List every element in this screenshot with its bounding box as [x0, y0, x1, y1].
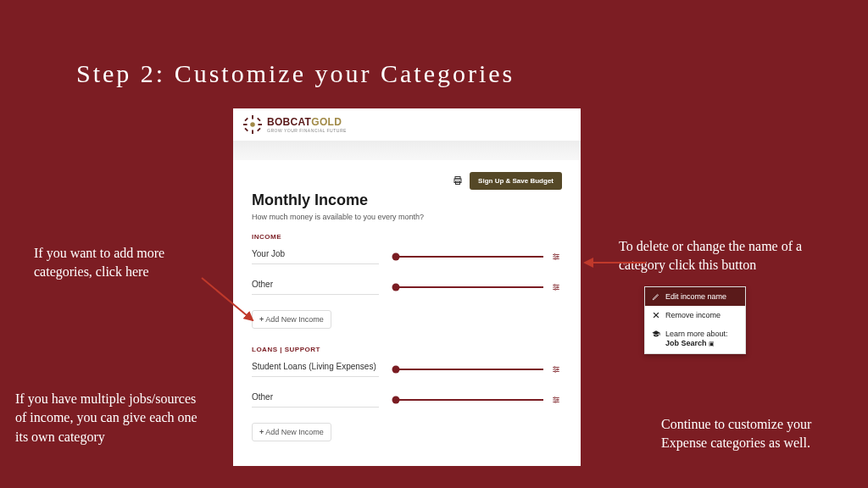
add-loans-label: Add New Income	[265, 428, 324, 436]
svg-point-27	[554, 367, 556, 369]
graduation-cap-icon	[652, 330, 660, 338]
svg-rect-2	[252, 130, 253, 134]
income-row: Other	[252, 280, 562, 295]
popup-remove[interactable]: Remove income	[645, 306, 745, 324]
slider[interactable]	[396, 399, 543, 401]
loans-row: Other	[252, 392, 562, 408]
pencil-icon	[652, 292, 660, 301]
section-label-income: INCOME	[252, 233, 562, 241]
svg-point-22	[557, 286, 559, 288]
logo-text: BOBCATGOLD GROW YOUR FINANCIAL FUTURE	[267, 117, 347, 133]
svg-rect-1	[252, 115, 253, 119]
popup-learn[interactable]: Learn more about:Job Search ▣	[645, 324, 745, 353]
app-content: Sign Up & Save Budget Monthly Income How…	[233, 160, 581, 446]
svg-point-0	[250, 122, 255, 127]
logo-icon	[243, 115, 262, 134]
svg-point-29	[554, 371, 556, 373]
svg-point-16	[557, 256, 559, 258]
app-header: BOBCATGOLD GROW YOUR FINANCIAL FUTURE	[233, 108, 581, 141]
row-options-button[interactable]	[550, 252, 562, 261]
svg-rect-5	[244, 118, 248, 122]
svg-point-15	[554, 254, 556, 256]
signup-button[interactable]: Sign Up & Save Budget	[470, 172, 562, 190]
slider[interactable]	[396, 256, 543, 258]
row-label[interactable]: Other	[252, 280, 379, 295]
svg-point-28	[557, 369, 559, 370]
popup-edit[interactable]: Edit income name	[645, 287, 745, 306]
popup-edit-label: Edit income name	[665, 292, 726, 301]
row-options-button[interactable]	[550, 283, 562, 291]
svg-point-21	[554, 285, 556, 286]
add-income-label: Add New Income	[265, 315, 324, 324]
print-icon[interactable]	[453, 174, 463, 189]
popup-learn-topic: Job Search	[665, 339, 707, 347]
svg-rect-4	[258, 124, 262, 125]
svg-point-33	[554, 397, 556, 399]
hero-strip	[233, 141, 581, 160]
svg-rect-3	[243, 124, 248, 125]
slide-title: Step 2: Customize your Categories	[76, 59, 515, 88]
svg-point-23	[554, 289, 556, 291]
annotation-continue: Continue to customize your Expense categ…	[661, 415, 848, 453]
row-label[interactable]: Student Loans (Living Expenses)	[252, 362, 379, 377]
close-icon	[652, 311, 660, 319]
income-row: Your Job	[252, 249, 562, 264]
row-options-button[interactable]	[550, 396, 562, 404]
loans-row: Student Loans (Living Expenses)	[252, 362, 562, 377]
section-label-loans: LOANS | SUPPORT	[252, 346, 562, 353]
svg-rect-6	[257, 118, 261, 122]
annotation-multiple-jobs: If you have multiple jobs/sources of inc…	[15, 390, 202, 446]
svg-rect-8	[257, 128, 261, 132]
logo-brand2: GOLD	[311, 116, 342, 128]
options-popup: Edit income name Remove income Learn mor…	[644, 286, 746, 354]
page-subheading: How much money is available to you every…	[252, 213, 562, 221]
svg-point-34	[557, 399, 559, 401]
annotation-add-more: If you want to add more categories, clic…	[34, 244, 216, 282]
svg-rect-7	[244, 128, 248, 132]
slider[interactable]	[396, 286, 543, 288]
row-options-button[interactable]	[550, 365, 562, 374]
row-label[interactable]: Other	[252, 392, 379, 408]
slider[interactable]	[396, 369, 543, 370]
annotation-delete-change: To delete or change the name of a catego…	[619, 237, 848, 275]
popup-remove-label: Remove income	[665, 311, 721, 319]
add-loans-button[interactable]: +Add New Income	[252, 423, 331, 441]
popup-learn-label: Learn more about:	[665, 330, 728, 338]
page-heading: Monthly Income	[252, 191, 562, 209]
logo-tagline: GROW YOUR FINANCIAL FUTURE	[267, 129, 347, 133]
logo-brand1: BOBCAT	[267, 116, 311, 128]
svg-point-17	[554, 258, 556, 260]
app-screenshot: BOBCATGOLD GROW YOUR FINANCIAL FUTURE Si…	[233, 108, 581, 466]
svg-point-35	[554, 402, 556, 403]
row-label[interactable]: Your Job	[252, 249, 379, 264]
add-income-button[interactable]: +Add New Income	[252, 310, 331, 329]
